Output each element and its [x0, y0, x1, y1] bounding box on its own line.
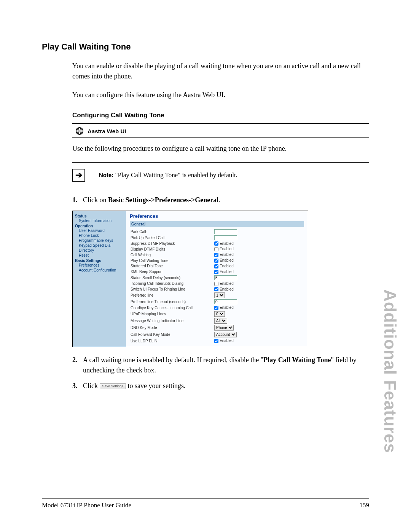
suppress-dtmf-checkbox[interactable]: [214, 241, 218, 246]
sidebar-item-reset[interactable]: Reset: [79, 253, 124, 258]
switch-ui-focus-checkbox[interactable]: [214, 287, 218, 291]
sidebar-basic-settings[interactable]: Basic Settings: [75, 259, 124, 263]
lldp-checkbox[interactable]: [214, 339, 218, 343]
upnp-select[interactable]: 0: [214, 311, 225, 317]
screenshot-main: Preferences General Park Call: Pick Up P…: [126, 211, 308, 347]
arrow-right-icon: ➔: [72, 169, 85, 182]
sidebar-operation[interactable]: Operation: [75, 224, 124, 228]
step-2: 2. A call waiting tone is enabled by def…: [72, 355, 369, 375]
row-xml-beep: XML Beep Support: [130, 269, 213, 275]
divider: [72, 137, 369, 138]
display-dtmf-checkbox[interactable]: [214, 247, 218, 251]
page-number: 159: [360, 502, 370, 509]
call-waiting-checkbox[interactable]: [214, 253, 218, 257]
webui-label: Aastra Web UI: [88, 128, 126, 134]
pickup-parked-input[interactable]: [214, 235, 237, 240]
side-watermark: Additional Features: [381, 289, 400, 453]
page-title: Play Call Waiting Tone: [42, 42, 369, 52]
sidebar-item-system-information[interactable]: System Information: [79, 218, 124, 223]
footer-divider: [42, 498, 369, 499]
row-dnd-key-mode: DND Key Mode: [130, 324, 213, 331]
preferences-title: Preferences: [130, 213, 304, 219]
note-text: Note: "Play Call Waiting Tone" is enable…: [99, 171, 237, 179]
sidebar-status[interactable]: Status: [75, 214, 124, 218]
screenshot-sidebar: Status System Information Operation User…: [73, 211, 126, 347]
row-stuttered-dial-tone: Stuttered Dial Tone: [130, 263, 213, 269]
row-pickup-parked: Pick Up Parked Call:: [130, 235, 213, 241]
save-settings-button[interactable]: Save Settings: [100, 383, 126, 389]
preferred-line-select[interactable]: 1: [214, 292, 225, 298]
divider: [72, 188, 369, 188]
mwi-line-select[interactable]: All: [214, 318, 227, 324]
sidebar-item-user-password[interactable]: User Password: [79, 228, 124, 233]
row-status-scroll-delay: Status Scroll Delay (seconds): [130, 275, 213, 281]
footer-title: Model 6731i IP Phone User Guide: [42, 502, 131, 509]
stuttered-dial-tone-checkbox[interactable]: [214, 264, 218, 268]
park-call-input[interactable]: [214, 229, 237, 234]
row-display-dtmf: Display DTMF Digits: [130, 246, 213, 252]
row-park-call: Park Call:: [130, 228, 213, 235]
row-play-call-waiting-tone: Play Call Waiting Tone: [130, 258, 213, 264]
dnd-select[interactable]: Phone: [214, 325, 234, 331]
row-preferred-line: Preferred line: [130, 292, 213, 299]
row-upnp: UPnP Mapping Lines: [130, 311, 213, 318]
step-3: 3. Click Save Settings to save your sett…: [72, 381, 369, 391]
step-1: 1. Click on Basic Settings->Preferences-…: [72, 195, 369, 205]
cfw-select[interactable]: Account: [214, 332, 237, 337]
sidebar-item-phone-lock[interactable]: Phone Lock: [79, 233, 124, 238]
row-goodbye-key: Goodbye Key Cancels Incoming Call: [130, 305, 213, 311]
goodbye-key-checkbox[interactable]: [214, 306, 218, 310]
sidebar-item-keypad-speed-dial[interactable]: Keypad Speed Dial: [79, 243, 124, 248]
general-header: General: [130, 221, 304, 227]
intro-para-1: You can enable or disable the playing of…: [72, 61, 369, 81]
sidebar-item-account-configuration[interactable]: Account Configuration: [79, 268, 124, 273]
row-mwi-line: Message Waiting Indicator Line: [130, 318, 213, 324]
xml-beep-checkbox[interactable]: [214, 270, 218, 274]
sidebar-item-programmable-keys[interactable]: Programmable Keys: [79, 238, 124, 243]
row-use-lldp-elin: Use LLDP ELIN: [130, 338, 213, 344]
sidebar-item-directory[interactable]: Directory: [79, 248, 124, 253]
subheading: Configuring Call Waiting Tone: [72, 112, 369, 119]
row-call-waiting: Call Waiting: [130, 252, 213, 258]
globe-icon: [75, 127, 84, 135]
incoming-interrupts-checkbox[interactable]: [214, 282, 218, 286]
status-scroll-delay-input[interactable]: [214, 275, 237, 280]
play-call-waiting-tone-checkbox[interactable]: [214, 259, 218, 263]
row-call-forward-key-mode: Call Forward Key Mode: [130, 331, 213, 338]
preferred-line-timeout-input[interactable]: [214, 299, 237, 304]
screenshot-preferences: Status System Information Operation User…: [72, 211, 308, 347]
intro-para-2: You can configure this feature using the…: [72, 90, 369, 100]
row-preferred-line-timeout: Preferred line Timeout (seconds): [130, 299, 213, 305]
instruction-para: Use the following procedures to configur…: [72, 144, 369, 154]
sidebar-item-preferences[interactable]: Preferences: [79, 263, 124, 268]
row-switch-ui-focus: Switch UI Focus To Ringing Line: [130, 286, 213, 292]
row-incoming-interrupts: Incoming Call Interrupts Dialing: [130, 281, 213, 286]
row-suppress-dtmf: Suppress DTMF Playback: [130, 241, 213, 246]
